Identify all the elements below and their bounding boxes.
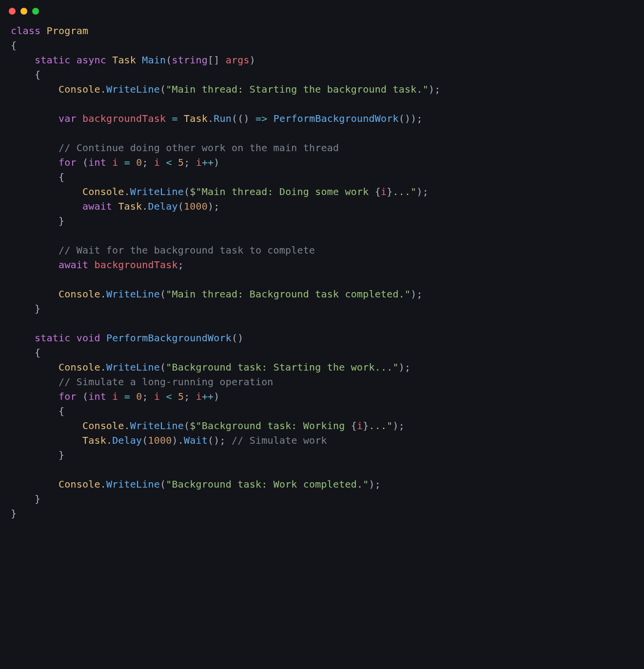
close-icon[interactable]: [9, 8, 16, 15]
keyword-int: int: [88, 157, 106, 168]
var-backgroundtask: backgroundTask: [82, 113, 166, 124]
string-literal: "Background task: Starting the work...": [166, 361, 398, 373]
keyword-for: for: [59, 157, 77, 168]
type-console: Console: [59, 83, 100, 95]
keyword-var: var: [59, 113, 77, 124]
method-performbackgroundwork: PerformBackgroundWork: [106, 332, 232, 344]
brace: {: [11, 39, 17, 51]
code-editor[interactable]: class Program { static async Task Main(s…: [0, 19, 644, 535]
comment: // Continue doing other work on the main…: [59, 142, 339, 154]
comment: // Simulate a long-running operation: [59, 376, 273, 388]
string-literal: "Main thread: Background task completed.…: [166, 288, 410, 300]
string-literal: "Background task: Working: [196, 420, 351, 432]
zoom-icon[interactable]: [32, 8, 39, 15]
minimize-icon[interactable]: [20, 8, 27, 15]
comment: // Wait for the background task to compl…: [59, 244, 315, 256]
number-zero: 0: [136, 157, 142, 168]
number-thousand: 1000: [184, 200, 208, 212]
method-main: Main: [142, 54, 166, 66]
comment: // Simulate work: [232, 434, 327, 446]
method-writeline: WriteLine: [106, 83, 160, 95]
var-args: args: [226, 54, 250, 66]
type-task: Task: [112, 54, 136, 66]
keyword-async: async: [77, 54, 106, 66]
keyword-void: void: [77, 332, 100, 344]
method-wait: Wait: [184, 434, 208, 446]
keyword-string: string: [172, 54, 208, 66]
type-program: Program: [46, 25, 88, 37]
arrow-op: =>: [255, 113, 267, 124]
string-literal: "Background task: Work completed.": [166, 478, 369, 490]
string-literal: "Main thread: Doing some work: [196, 186, 375, 197]
method-run: Run: [214, 113, 232, 124]
titlebar: [0, 0, 644, 19]
string-literal: "Main thread: Starting the background ta…: [166, 83, 429, 95]
method-delay: Delay: [148, 200, 178, 212]
var-i: i: [112, 157, 118, 168]
interp-var: i: [381, 186, 387, 197]
code-window: class Program { static async Task Main(s…: [0, 0, 644, 535]
keyword-class: class: [11, 25, 40, 37]
method-performbackgroundwork: PerformBackgroundWork: [273, 113, 399, 124]
keyword-static: static: [35, 54, 70, 66]
number-five: 5: [178, 157, 184, 168]
keyword-await: await: [82, 200, 112, 212]
